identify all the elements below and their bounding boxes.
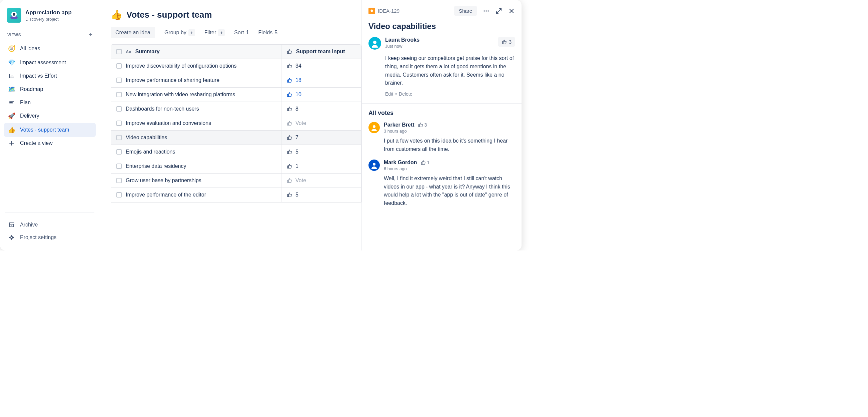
toolbar: Create an idea Group by + Filter + Sort … — [111, 27, 362, 44]
edit-link[interactable]: Edit — [385, 91, 393, 97]
select-all-checkbox[interactable] — [116, 49, 122, 54]
thumbs-up-icon — [421, 160, 426, 165]
cell-support[interactable]: 5 — [281, 145, 361, 159]
sidebar-item-roadmap[interactable]: 🗺️ Roadmap — [4, 82, 96, 96]
project-header[interactable]: Appreciation app Discovery project — [4, 7, 96, 29]
row-checkbox[interactable] — [116, 149, 122, 154]
add-view-icon[interactable]: + — [89, 31, 92, 38]
sidebar-bottom: Archive Project settings — [4, 206, 96, 244]
project-subtitle: Discovery project — [25, 16, 72, 22]
sort-label: Sort — [234, 30, 244, 36]
sidebar-item-archive[interactable]: Archive — [4, 218, 96, 231]
table-row[interactable]: Improve performance of sharing feature 1… — [111, 73, 361, 88]
sidebar-item-votes-support-team[interactable]: 👍 Votes - support team — [4, 123, 96, 137]
text-icon: Aa — [126, 49, 131, 54]
cell-support[interactable]: 8 — [281, 102, 361, 116]
summary-text: Grow user base by partnerships — [126, 177, 202, 183]
table-row[interactable]: Grow user base by partnerships Vote — [111, 174, 361, 188]
thumbs-up-icon — [287, 149, 292, 154]
avatar — [369, 160, 380, 171]
row-checkbox[interactable] — [116, 164, 122, 169]
table-row[interactable]: New integration with video resharing pla… — [111, 88, 361, 102]
sidebar-item-all-ideas[interactable]: 🧭 All ideas — [4, 42, 96, 56]
avatar — [369, 122, 380, 133]
sidebar-item-label: Project settings — [20, 235, 56, 241]
row-checkbox[interactable] — [116, 178, 122, 183]
column-support[interactable]: Support team input — [281, 45, 361, 59]
chart-icon — [8, 73, 16, 79]
sidebar-item-label: Impact assessment — [20, 60, 66, 66]
cell-support[interactable]: 34 — [281, 59, 361, 73]
detail-title: Video capabilities — [362, 18, 522, 37]
all-votes-title: All votes — [369, 110, 515, 122]
idea-icon — [369, 8, 375, 14]
vote-count-chip[interactable]: 3 — [498, 37, 515, 47]
vote-count: 1 — [421, 160, 430, 165]
views-section-header: VIEWS + — [4, 29, 96, 42]
cell-support[interactable]: 10 — [281, 88, 361, 102]
thumbs-up-icon — [287, 120, 292, 126]
project-icon — [7, 8, 21, 23]
thumbs-up-icon — [287, 92, 292, 97]
column-summary[interactable]: Aa Summary — [111, 45, 281, 59]
vote-count: 3 — [509, 39, 512, 45]
idea-key-link[interactable]: IDEA-129 — [369, 8, 400, 14]
divider — [5, 212, 94, 212]
thumbs-up-icon — [287, 135, 292, 140]
expand-icon[interactable] — [496, 8, 502, 14]
cell-summary: Emojis and reactions — [111, 145, 281, 159]
delete-link[interactable]: Delete — [399, 91, 412, 97]
row-checkbox[interactable] — [116, 135, 122, 140]
cell-support[interactable]: 18 — [281, 73, 361, 87]
vote-value: Vote — [287, 177, 306, 183]
sidebar-item-plan[interactable]: Plan — [4, 96, 96, 109]
filter-label: Filter — [205, 30, 216, 36]
fields-button[interactable]: Fields 5 — [258, 30, 278, 36]
fields-label: Fields — [258, 30, 273, 36]
summary-text: Emojis and reactions — [126, 149, 176, 155]
sidebar-item-project-settings[interactable]: Project settings — [4, 231, 96, 244]
cell-support[interactable]: 7 — [281, 131, 361, 144]
table-row[interactable]: Enterprise data residency 1 — [111, 159, 361, 174]
row-checkbox[interactable] — [116, 92, 122, 97]
more-icon[interactable] — [483, 8, 490, 14]
summary-text: Video capabilities — [126, 135, 167, 141]
create-idea-button[interactable]: Create an idea — [111, 27, 155, 38]
sidebar-item-impact-assessment[interactable]: 💎 Impact assessment — [4, 56, 96, 70]
svg-point-8 — [11, 237, 13, 239]
table-row[interactable]: Dashboards for non-tech users 8 — [111, 102, 361, 116]
share-button[interactable]: Share — [454, 6, 477, 16]
timestamp: 3 hours ago — [384, 129, 515, 134]
sidebar-item-create-view[interactable]: Create a view — [4, 137, 96, 149]
filter-button[interactable]: Filter + — [205, 29, 225, 36]
sort-button[interactable]: Sort 1 — [234, 30, 249, 36]
summary-text: Improve evaluation and conversions — [126, 120, 211, 126]
row-checkbox[interactable] — [116, 106, 122, 112]
row-checkbox[interactable] — [116, 192, 122, 198]
table-row[interactable]: Emojis and reactions 5 — [111, 145, 361, 159]
row-checkbox[interactable] — [116, 63, 122, 69]
cell-summary: Video capabilities — [111, 131, 281, 144]
vote-body: I put a few votes on this idea bc it's s… — [384, 134, 515, 153]
svg-point-15 — [373, 125, 375, 128]
thumbs-up-icon: 👍 — [111, 9, 122, 20]
cell-support[interactable]: Vote — [281, 116, 361, 130]
cell-support[interactable]: Vote — [281, 174, 361, 187]
table-row[interactable]: Video capabilities 7 — [111, 131, 361, 145]
table-row[interactable]: Improve evaluation and conversions Vote — [111, 116, 361, 131]
group-by-button[interactable]: Group by + — [164, 29, 195, 36]
sidebar-item-impact-vs-effort[interactable]: Impact vs Effort — [4, 70, 96, 82]
vote-value: 34 — [287, 63, 302, 69]
sidebar-item-delivery[interactable]: 🚀 Delivery — [4, 109, 96, 123]
row-checkbox[interactable] — [116, 78, 122, 83]
cell-support[interactable]: 5 — [281, 188, 361, 202]
main-content: 👍 Votes - support team Create an idea Gr… — [100, 0, 362, 250]
author-name: Mark Gordon — [384, 160, 417, 166]
cell-support[interactable]: 1 — [281, 159, 361, 173]
detail-header: IDEA-129 Share — [362, 0, 522, 18]
table-row[interactable]: Improve discoverability of configuration… — [111, 59, 361, 73]
row-checkbox[interactable] — [116, 120, 122, 126]
close-icon[interactable] — [508, 8, 515, 14]
table-row[interactable]: Improve performance of the editor 5 — [111, 188, 361, 202]
svg-rect-7 — [10, 224, 14, 227]
